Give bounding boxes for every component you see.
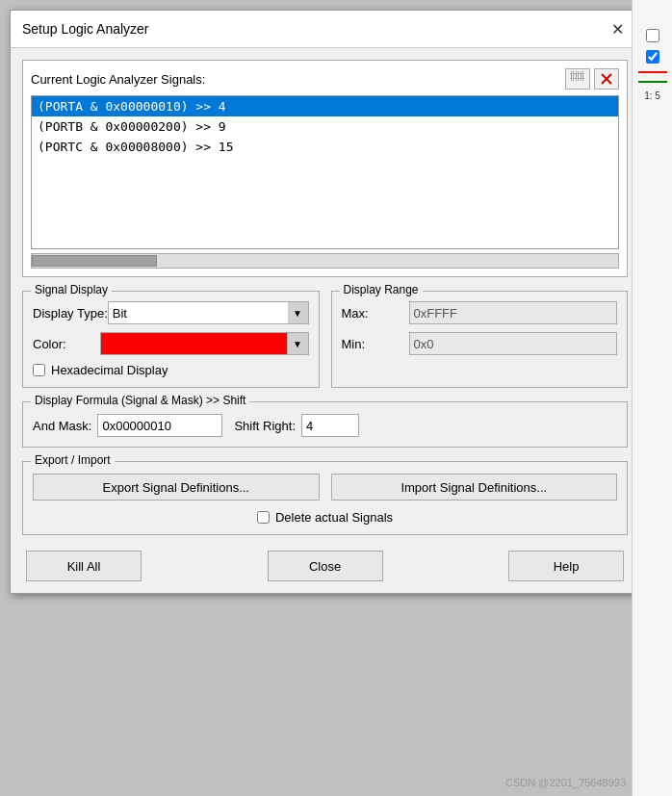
svg-rect-5 bbox=[581, 77, 583, 80]
hex-display-label: Hexadecimal Display bbox=[51, 363, 168, 377]
export-section: Export / Import Export Signal Definition… bbox=[22, 461, 628, 535]
display-type-container: Bit ▼ bbox=[108, 301, 309, 324]
signals-title: Current Logic Analyzer Signals: bbox=[31, 72, 205, 87]
delete-signals-label: Delete actual Signals bbox=[275, 510, 393, 525]
signals-header: Current Logic Analyzer Signals: bbox=[31, 68, 619, 90]
min-label: Min: bbox=[342, 337, 409, 351]
svg-rect-0 bbox=[571, 72, 574, 75]
panels-row: Signal Display Display Type: Bit ▼ Color… bbox=[22, 291, 628, 388]
add-signal-button[interactable] bbox=[565, 68, 590, 90]
min-row: Min: bbox=[342, 332, 618, 355]
display-range-label: Display Range bbox=[340, 283, 423, 296]
strip-checkbox-2[interactable] bbox=[646, 50, 659, 64]
strip-red-line bbox=[638, 71, 667, 73]
dialog-title: Setup Logic Analyzer bbox=[22, 21, 149, 37]
formula-section: Display Formula (Signal & Mask) >> Shift… bbox=[22, 401, 628, 448]
close-button[interactable]: ✕ bbox=[607, 18, 628, 39]
svg-rect-1 bbox=[576, 72, 579, 75]
and-mask-group: And Mask: bbox=[33, 414, 222, 437]
hex-display-checkbox[interactable] bbox=[33, 364, 45, 376]
max-label: Max: bbox=[342, 306, 409, 321]
color-container: ▼ bbox=[100, 332, 309, 355]
remove-signal-icon bbox=[600, 72, 613, 86]
signal-display-label: Signal Display bbox=[31, 283, 112, 296]
kill-all-button[interactable]: Kill All bbox=[26, 551, 142, 581]
svg-rect-2 bbox=[581, 72, 583, 75]
min-input[interactable] bbox=[409, 332, 618, 355]
bottom-buttons: Kill All Close Help bbox=[22, 551, 628, 581]
signals-section: Current Logic Analyzer Signals: bbox=[22, 60, 628, 277]
display-type-row: Display Type: Bit ▼ bbox=[33, 301, 309, 324]
export-button[interactable]: Export Signal Definitions... bbox=[33, 474, 320, 501]
import-button[interactable]: Import Signal Definitions... bbox=[331, 474, 618, 501]
watermark: CSDN @2201_75648993 bbox=[505, 777, 626, 788]
signals-list: (PORTA & 0x00000010) >> 4 (PORTB & 0x000… bbox=[31, 95, 619, 249]
horizontal-scrollbar[interactable] bbox=[31, 253, 619, 269]
color-label: Color: bbox=[33, 337, 100, 351]
help-button[interactable]: Help bbox=[508, 551, 624, 581]
dialog-window: Setup Logic Analyzer ✕ Current Logic Ana… bbox=[10, 10, 640, 594]
formula-section-label: Display Formula (Signal & Mask) >> Shift bbox=[31, 394, 249, 407]
signal-item[interactable]: (PORTC & 0x00008000) >> 15 bbox=[32, 137, 618, 157]
svg-rect-4 bbox=[576, 77, 579, 80]
delete-signals-checkbox[interactable] bbox=[257, 511, 270, 524]
signal-display-group: Signal Display Display Type: Bit ▼ Color… bbox=[22, 291, 320, 388]
dialog-body: Current Logic Analyzer Signals: bbox=[11, 48, 639, 593]
and-mask-input[interactable] bbox=[97, 414, 222, 437]
scrollbar-thumb[interactable] bbox=[32, 255, 157, 267]
color-row: Color: ▼ bbox=[33, 332, 309, 355]
and-mask-label: And Mask: bbox=[33, 419, 91, 433]
shift-right-input[interactable] bbox=[301, 414, 359, 437]
color-swatch[interactable] bbox=[100, 332, 288, 355]
close-dialog-button[interactable]: Close bbox=[268, 551, 383, 581]
delete-row: Delete actual Signals bbox=[33, 510, 617, 525]
signal-item[interactable]: (PORTA & 0x00000010) >> 4 bbox=[32, 96, 618, 116]
shift-right-group: Shift Right: bbox=[234, 414, 359, 437]
title-bar: Setup Logic Analyzer ✕ bbox=[11, 11, 639, 48]
hex-display-row: Hexadecimal Display bbox=[33, 363, 309, 377]
right-strip: 1: 5 bbox=[632, 0, 672, 796]
strip-green-line bbox=[638, 81, 667, 83]
strip-label: 1: 5 bbox=[644, 90, 660, 101]
signal-item[interactable]: (PORTB & 0x00000200) >> 9 bbox=[32, 116, 618, 137]
max-row: Max: bbox=[342, 301, 618, 324]
export-buttons-row: Export Signal Definitions... Import Sign… bbox=[33, 474, 617, 501]
signals-toolbar bbox=[565, 68, 619, 90]
display-range-group: Display Range Max: Min: bbox=[331, 291, 629, 388]
add-signal-icon bbox=[570, 71, 585, 87]
shift-right-label: Shift Right: bbox=[234, 419, 296, 433]
remove-signal-button[interactable] bbox=[594, 68, 619, 90]
strip-checkbox-1[interactable] bbox=[646, 29, 659, 42]
color-dropdown-button[interactable]: ▼ bbox=[288, 332, 309, 355]
max-input[interactable] bbox=[409, 301, 618, 324]
display-type-select[interactable]: Bit bbox=[108, 301, 309, 324]
formula-row: And Mask: Shift Right: bbox=[33, 414, 617, 437]
display-type-label: Display Type: bbox=[33, 306, 108, 321]
svg-rect-3 bbox=[571, 77, 574, 80]
export-section-label: Export / Import bbox=[31, 453, 115, 467]
